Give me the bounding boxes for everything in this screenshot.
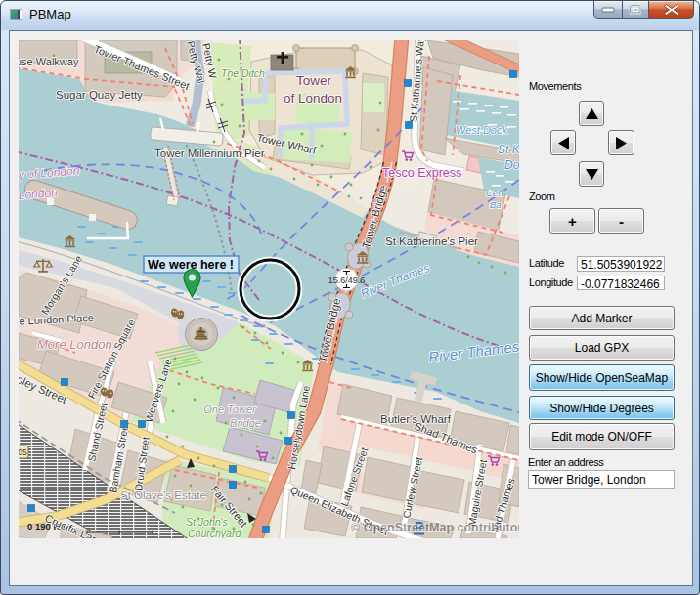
svg-text:Ba: Ba <box>490 199 502 210</box>
svg-text:London: London <box>19 186 58 202</box>
svg-text:15.6/49.6: 15.6/49.6 <box>328 276 366 285</box>
svg-text:of London: of London <box>284 91 342 106</box>
svg-text:St Olave's Estate: St Olave's Estate <box>120 489 206 501</box>
svg-text:The Ditch: The Ditch <box>221 67 265 79</box>
svg-text:© OpenStreetMap contributors: © OpenStreetMap contributors <box>351 521 519 534</box>
svg-text:Tower Millennium Pier: Tower Millennium Pier <box>154 148 265 159</box>
svg-text:Tower: Tower <box>296 73 332 88</box>
svg-text:Tesco Express: Tesco Express <box>382 166 461 180</box>
svg-text:use Walkway: use Walkway <box>19 56 79 67</box>
svg-text:St John's: St John's <box>186 516 229 528</box>
svg-text:More London: More London <box>37 337 112 352</box>
svg-text:Bridge: Bridge <box>230 417 261 429</box>
svg-text:St Katherine's Pier: St Katherine's Pier <box>385 235 478 247</box>
svg-text:Churchyard: Churchyard <box>188 528 241 538</box>
svg-text:05: 05 <box>19 447 27 457</box>
svg-text:Sugar Quay Jetty: Sugar Quay Jetty <box>56 89 143 101</box>
svg-text:Cen: Cen <box>486 188 503 198</box>
svg-text:Do: Do <box>504 158 519 172</box>
svg-text:St Ka: St Ka <box>498 143 519 156</box>
svg-text:West Dock: West Dock <box>456 124 507 136</box>
svg-text:One Tower: One Tower <box>203 404 257 415</box>
